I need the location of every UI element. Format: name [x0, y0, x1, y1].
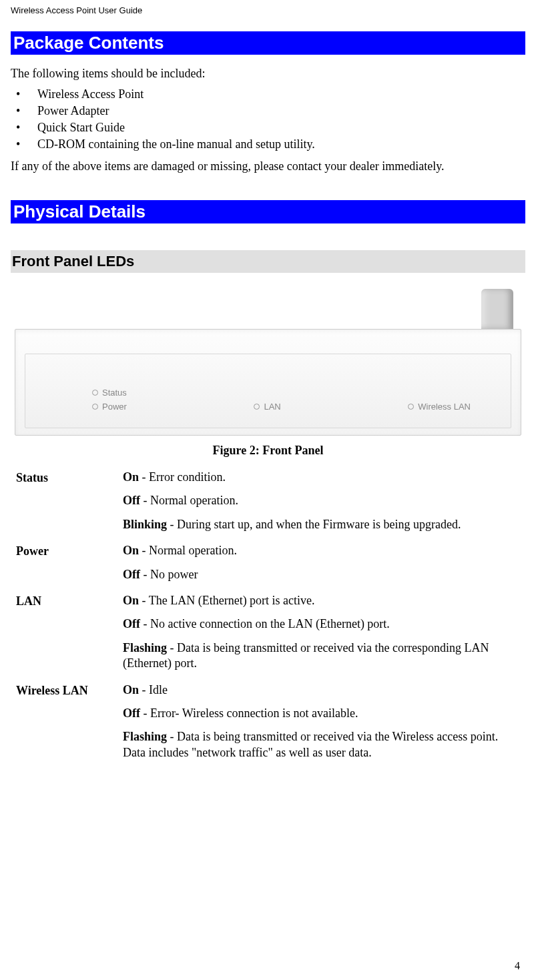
led-state: Flashing [123, 641, 167, 654]
led-circle-icon [408, 404, 414, 410]
list-item: Quick Start Guide [11, 119, 525, 136]
led-line: On - The LAN (Ethernet) port is active. [123, 593, 520, 608]
led-text: - Error condition. [139, 470, 226, 484]
led-table-label-power: Power [16, 543, 116, 593]
led-text: - Normal operation. [139, 544, 237, 557]
led-lan: LAN [254, 402, 280, 412]
led-text: - Error- Wireless connection is not avai… [140, 706, 358, 720]
section-physical-details: Physical Details [11, 200, 525, 223]
led-wlan: Wireless LAN [408, 402, 471, 412]
led-label: Wireless LAN [418, 402, 471, 412]
led-text: - Data is being transmitted or received … [123, 730, 498, 759]
led-circle-icon [254, 404, 260, 410]
led-line: Off - Error- Wireless connection is not … [123, 706, 520, 721]
page-number: 4 [515, 960, 520, 972]
led-state: On [123, 683, 139, 696]
antenna-graphic [481, 289, 513, 329]
page-header: Wireless Access Point User Guide [11, 5, 525, 15]
led-row: Status Power LAN Wireless LAN [92, 388, 471, 412]
led-table-label-lan: LAN [16, 593, 116, 682]
led-power: Power [92, 402, 127, 412]
package-intro: The following items should be included: [11, 67, 525, 81]
led-table: Status On - Error condition. Off - Norma… [11, 470, 525, 771]
led-line: Off - No power [123, 567, 520, 582]
led-status: Status [92, 388, 127, 398]
led-circle-icon [92, 404, 98, 410]
led-text: - Idle [139, 683, 168, 696]
figure-caption: Figure 2: Front Panel [11, 444, 525, 458]
led-label: LAN [264, 402, 280, 412]
led-state: Off [123, 568, 140, 581]
led-line: Flashing - Data is being transmitted or … [123, 640, 520, 672]
led-state: Off [123, 494, 140, 507]
led-table-desc: On - Normal operation. Off - No power [123, 543, 520, 593]
led-state: Off [123, 617, 140, 630]
led-line: Off - No active connection on the LAN (E… [123, 616, 520, 632]
led-label: Status [102, 388, 127, 398]
led-text: - No active connection on the LAN (Ether… [140, 617, 390, 630]
led-text: - No power [140, 568, 198, 581]
led-text: - During start up, and when the Firmware… [167, 518, 461, 531]
front-panel-image: Status Power LAN Wireless LAN [11, 289, 525, 436]
led-state: Flashing [123, 730, 167, 743]
led-state: Off [123, 706, 140, 720]
package-outro: If any of the above items are damaged or… [11, 159, 525, 173]
led-line: Blinking - During start up, and when the… [123, 517, 520, 532]
package-list: Wireless Access Point Power Adapter Quic… [11, 86, 525, 153]
led-line: On - Idle [123, 682, 520, 698]
led-text: - Normal operation. [140, 494, 238, 507]
led-col-left: Status Power [92, 388, 127, 412]
list-item: Power Adapter [11, 103, 525, 119]
led-label: Power [102, 402, 127, 412]
led-table-label-status: Status [16, 470, 116, 543]
led-table-desc: On - The LAN (Ethernet) port is active. … [123, 593, 520, 682]
led-state: On [123, 470, 139, 484]
led-table-label-wlan: Wireless LAN [16, 682, 116, 772]
led-state: On [123, 544, 139, 557]
led-state: On [123, 594, 139, 607]
led-state: Blinking [123, 518, 167, 531]
led-circle-icon [92, 390, 98, 396]
device-body-graphic: Status Power LAN Wireless LAN [15, 329, 521, 436]
led-line: Off - Normal operation. [123, 493, 520, 508]
list-item: CD-ROM containing the on-line manual and… [11, 136, 525, 153]
device-inner-graphic: Status Power LAN Wireless LAN [25, 354, 511, 428]
led-table-desc: On - Idle Off - Error- Wireless connecti… [123, 682, 520, 772]
section-package-contents: Package Contents [11, 31, 525, 55]
led-table-desc: On - Error condition. Off - Normal opera… [123, 470, 520, 543]
led-line: Flashing - Data is being transmitted or … [123, 729, 520, 761]
led-line: On - Normal operation. [123, 543, 520, 558]
subsection-front-panel-leds: Front Panel LEDs [11, 250, 525, 273]
led-text: - The LAN (Ethernet) port is active. [139, 594, 315, 607]
led-line: On - Error condition. [123, 470, 520, 485]
list-item: Wireless Access Point [11, 86, 525, 103]
led-text: - Data is being transmitted or received … [123, 641, 489, 670]
